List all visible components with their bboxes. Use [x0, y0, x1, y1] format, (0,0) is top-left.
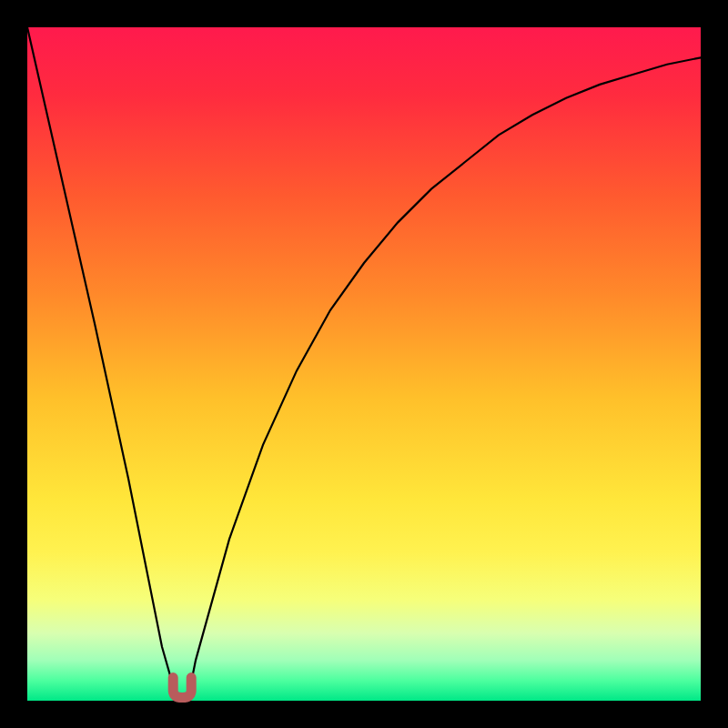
chart-frame: TheBottleneck.com [0, 0, 728, 728]
plot-background [27, 27, 701, 701]
bottleneck-chart [0, 0, 728, 728]
